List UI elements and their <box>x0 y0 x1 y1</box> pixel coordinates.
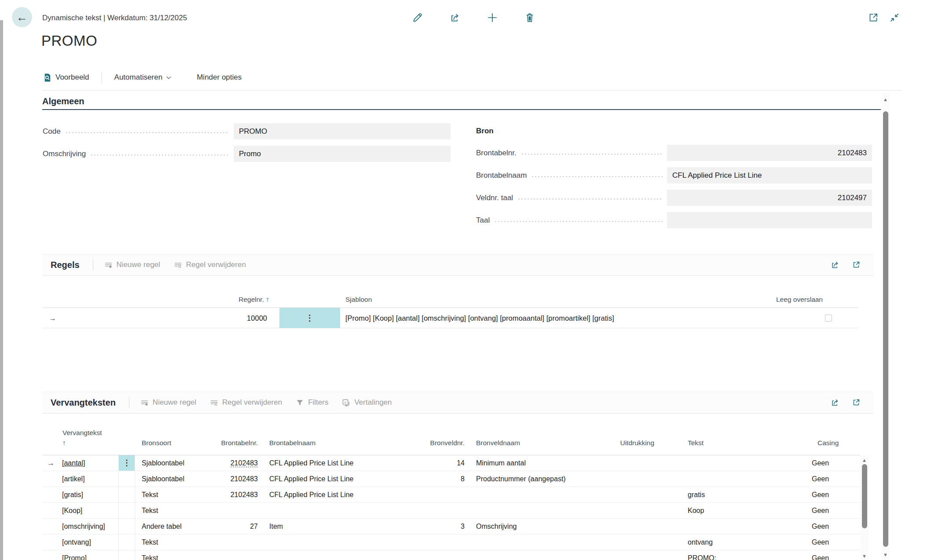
cell-tekst[interactable] <box>678 471 805 487</box>
general-section-heading[interactable]: Algemeen <box>42 96 84 106</box>
cell-vervangtekst[interactable]: [Koop] <box>59 503 118 518</box>
scroll-down-arrow-icon[interactable]: ▼ <box>883 553 888 557</box>
vt-colheader-uitdrukking[interactable]: Uitdrukking <box>594 439 654 447</box>
cell-bronveldnaam[interactable]: Minimum aantal <box>466 455 614 471</box>
open-in-window-icon[interactable] <box>868 12 879 23</box>
cell-vervangtekst[interactable]: [aantal] <box>59 455 118 471</box>
cell-bronsoort[interactable]: Sjabloontabel <box>135 455 203 471</box>
row-menu-button[interactable] <box>118 534 135 550</box>
cell-bronsoort[interactable]: Sjabloontabel <box>135 471 203 487</box>
cell-tekst[interactable] <box>678 455 805 471</box>
cell-bronveldnr[interactable] <box>422 503 466 518</box>
vt-colheader-vervangtekst[interactable]: Vervangtekst <box>62 429 102 437</box>
cell-brontabelnr[interactable] <box>203 534 260 550</box>
new-icon[interactable] <box>487 12 498 23</box>
row-menu-button[interactable] <box>118 503 135 518</box>
table-row[interactable]: [Promo]TekstPROMO:Geen <box>42 550 860 560</box>
omschrijving-input[interactable]: Promo <box>234 146 451 162</box>
cell-casing[interactable]: Geen <box>805 519 860 534</box>
cell-tekst[interactable] <box>678 519 805 534</box>
cell-brontabelnr[interactable] <box>203 503 260 518</box>
table-row[interactable]: [gratis]Tekst2102483CFL Applied Price Li… <box>42 487 860 503</box>
collapse-icon[interactable] <box>889 12 900 23</box>
cell-brontabelnaam[interactable]: Item <box>260 519 422 534</box>
vt-colheader-brontabelnr[interactable]: Brontabelnr. <box>198 439 258 447</box>
delete-icon[interactable] <box>524 12 535 23</box>
cell-brontabelnr[interactable]: 2102483 <box>203 455 260 471</box>
regels-table-row[interactable]: → 10000 ⋮ [Promo] [Koop] [aantal] [omsch… <box>42 308 858 328</box>
cell-tekst[interactable]: Koop <box>678 503 805 518</box>
vt-colheader-bronveldnaam[interactable]: Bronveldnaam <box>476 439 520 447</box>
vt-colheader-bronveldnr[interactable]: Bronveldnr. <box>405 439 465 447</box>
cell-bronsoort[interactable]: Tekst <box>135 503 203 518</box>
vervangteksten-heading[interactable]: Vervangteksten <box>51 398 116 408</box>
vt-delete-line-button[interactable]: Regel verwijderen <box>209 398 282 407</box>
cell-sjabloon[interactable]: [Promo] [Koop] [aantal] [omschrijving] [… <box>345 308 785 328</box>
code-input[interactable]: PROMO <box>234 123 451 139</box>
cell-bronsoort[interactable]: Tekst <box>135 487 203 502</box>
automate-menu-button[interactable]: Automatiseren <box>114 73 172 82</box>
back-button[interactable]: ← <box>12 7 32 27</box>
cell-bronveldnaam[interactable] <box>466 550 614 560</box>
regels-delete-line-button[interactable]: Regel verwijderen <box>173 260 246 270</box>
brontabelnaam-input[interactable]: CFL Applied Price List Line <box>667 167 872 183</box>
brontabelnr-input[interactable]: 2102483 <box>667 145 872 161</box>
cell-bronveldnr[interactable] <box>422 534 466 550</box>
table-scrollbar-thumb[interactable] <box>862 464 867 528</box>
cell-bronveldnaam[interactable] <box>466 503 614 518</box>
row-menu-button[interactable] <box>118 550 135 560</box>
cell-vervangtekst[interactable]: [Promo] <box>59 550 118 560</box>
vt-colheader-casing[interactable]: Casing <box>817 439 839 447</box>
cell-casing[interactable]: Geen <box>805 471 860 487</box>
share-icon[interactable] <box>830 260 840 270</box>
row-menu-button[interactable] <box>118 519 135 534</box>
cell-bronveldnaam[interactable]: Productnummer (aangepast) <box>466 471 614 487</box>
cell-vervangtekst[interactable]: [artikel] <box>59 471 118 487</box>
cell-bronveldnaam[interactable]: Omschrijving <box>466 519 614 534</box>
row-menu-button[interactable]: ⋮ <box>279 308 340 328</box>
more-options-button[interactable]: Minder opties <box>197 73 242 82</box>
cell-brontabelnr[interactable]: 2102483 <box>203 487 260 502</box>
cell-uitdrukking[interactable] <box>614 519 678 534</box>
cell-brontabelnr[interactable]: 27 <box>203 519 260 534</box>
edit-icon[interactable] <box>412 12 423 23</box>
row-menu-button[interactable] <box>118 487 135 502</box>
cell-tekst[interactable]: gratis <box>678 487 805 502</box>
cell-bronveldnr[interactable]: 8 <box>422 471 466 487</box>
cell-casing[interactable]: Geen <box>805 455 860 471</box>
cell-casing[interactable]: Geen <box>805 550 860 560</box>
cell-uitdrukking[interactable] <box>614 455 678 471</box>
taal-input[interactable] <box>667 212 872 228</box>
cell-bronsoort[interactable]: Tekst <box>135 550 203 560</box>
cell-casing[interactable]: Geen <box>805 534 860 550</box>
share-icon[interactable] <box>449 12 461 23</box>
cell-brontabelnaam[interactable]: CFL Applied Price List Line <box>260 471 422 487</box>
cell-brontabelnaam[interactable] <box>260 550 422 560</box>
cell-bronsoort[interactable]: Tekst <box>135 534 203 550</box>
cell-bronsoort[interactable]: Andere tabel <box>135 519 203 534</box>
cell-bronveldnr[interactable]: 3 <box>422 519 466 534</box>
regels-colheader-sjabloon[interactable]: Sjabloon <box>345 296 372 304</box>
vt-new-line-button[interactable]: Nieuwe regel <box>140 398 196 407</box>
vt-colheader-bronsoort[interactable]: Bronsoort <box>142 439 171 447</box>
cell-uitdrukking[interactable] <box>614 487 678 502</box>
table-row[interactable]: [Koop]TekstKoopGeen <box>42 503 860 519</box>
cell-uitdrukking[interactable] <box>614 471 678 487</box>
cell-tekst[interactable]: ontvang <box>678 534 805 550</box>
cell-uitdrukking[interactable] <box>614 534 678 550</box>
cell-casing[interactable]: Geen <box>805 487 860 502</box>
share-icon[interactable] <box>830 398 840 407</box>
scroll-up-arrow-icon[interactable]: ▲ <box>883 97 888 102</box>
cell-brontabelnaam[interactable]: CFL Applied Price List Line <box>260 487 422 502</box>
cell-bronveldnr[interactable] <box>422 550 466 560</box>
row-menu-button[interactable] <box>118 471 135 487</box>
cell-brontabelnaam[interactable]: CFL Applied Price List Line <box>260 455 422 471</box>
regels-new-line-button[interactable]: Nieuwe regel <box>104 260 160 270</box>
vt-translations-button[interactable]: a Vertalingen <box>341 398 392 407</box>
regels-colheader-leeg-overslaan[interactable]: Leeg overslaan <box>726 296 823 304</box>
table-row[interactable]: [artikel]Sjabloontabel2102483CFL Applied… <box>42 471 860 487</box>
cell-bronveldnaam[interactable] <box>466 487 614 502</box>
vt-colheader-brontabelnaam[interactable]: Brontabelnaam <box>269 439 315 447</box>
cell-brontabelnr[interactable] <box>203 550 260 560</box>
table-row[interactable]: [omschrijving]Andere tabel27Item3Omschri… <box>42 519 860 534</box>
